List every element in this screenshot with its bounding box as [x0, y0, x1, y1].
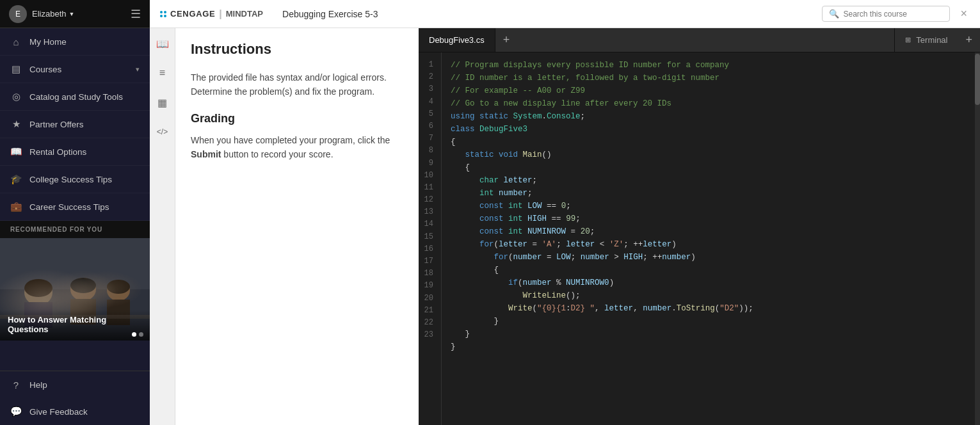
sidebar-header: E Elizabeth ▼ ☰: [0, 0, 150, 28]
partner-icon: ★: [10, 118, 22, 130]
sidebar-item-career[interactable]: 💼 Career Success Tips: [0, 193, 150, 221]
college-icon: 🎓: [10, 173, 22, 185]
terminal-tab[interactable]: ⊞ Terminal: [894, 28, 958, 52]
add-file-tab-button[interactable]: +: [495, 28, 518, 52]
code-area[interactable]: 12345 678910 1112131415 1617181920 21222…: [419, 52, 980, 425]
recommended-header: RECOMMENDED FOR YOU: [0, 221, 150, 238]
main-content: CENGAGE | MINDTAP Debugging Exercise 5-3…: [150, 0, 980, 425]
instructions-content: Instructions The provided file has synta…: [175, 28, 419, 425]
page-title: Debugging Exercise 5-3: [282, 9, 378, 19]
cengage-logo: CENGAGE | MINDTAP: [160, 8, 263, 20]
grading-text: When you have completed your program, cl…: [191, 133, 403, 162]
sidebar-item-feedback[interactable]: 💬 Give Feedback: [0, 398, 150, 425]
home-icon: ⌂: [10, 36, 22, 47]
svg-point-8: [107, 280, 130, 301]
instructions-panel: 📖 ≡ ▦ </> Instructions The provided file…: [150, 28, 419, 425]
logo-cengage-text: CENGAGE: [170, 9, 215, 19]
topbar-left: CENGAGE | MINDTAP Debugging Exercise 5-3: [160, 8, 378, 20]
feedback-icon: 💬: [10, 406, 22, 417]
sidebar-item-college[interactable]: 🎓 College Success Tips: [0, 166, 150, 193]
book-icon[interactable]: 📖: [154, 35, 172, 52]
logo-mindtap-text: MINDTAP: [226, 9, 263, 19]
career-icon: 💼: [10, 201, 22, 212]
sidebar-item-partner[interactable]: ★ Partner Offers: [0, 111, 150, 138]
svg-point-5: [70, 278, 96, 301]
file-tab-label: DebugFive3.cs: [429, 35, 485, 45]
scrollbar-thumb[interactable]: [975, 54, 980, 105]
editor-tabs: DebugFive3.cs + ⊞ Terminal +: [419, 28, 980, 52]
sidebar-label-rental: Rental Options: [29, 147, 86, 157]
svg-point-4: [24, 279, 52, 297]
chart-icon[interactable]: ▦: [154, 93, 172, 111]
file-tab[interactable]: DebugFive3.cs: [419, 28, 495, 52]
code-editor: DebugFive3.cs + ⊞ Terminal + 12345 67891…: [419, 28, 980, 425]
instructions-body: The provided file has syntax and/or logi…: [191, 70, 403, 99]
close-button[interactable]: ×: [958, 7, 970, 20]
sidebar-label-partner: Partner Offers: [29, 120, 84, 129]
search-icon: 🔍: [829, 9, 839, 19]
user-info[interactable]: E Elizabeth ▼: [9, 5, 74, 23]
terminal-tab-label: Terminal: [916, 35, 947, 45]
sidebar-label-help: Help: [29, 380, 47, 390]
sidebar-item-courses[interactable]: ▤ Courses ▾: [0, 56, 150, 83]
logo-separator: |: [219, 8, 221, 20]
dot-inactive: [139, 332, 143, 337]
hamburger-icon[interactable]: ☰: [131, 7, 141, 21]
terminal-icon: ⊞: [905, 36, 911, 44]
list-icon[interactable]: ≡: [154, 64, 172, 82]
rental-icon: 📖: [10, 146, 22, 157]
sidebar-footer: ? Help 💬 Give Feedback: [0, 371, 150, 425]
dot-active: [132, 332, 136, 337]
sidebar-label-catalog: Catalog and Study Tools: [29, 92, 123, 102]
code-content[interactable]: // Program displays every possible ID nu…: [442, 52, 975, 425]
sidebar: E Elizabeth ▼ ☰ ⌂ My Home ▤ Courses ▾ ◎: [0, 0, 150, 425]
sidebar-label-my-home: My Home: [29, 37, 67, 47]
grading-title: Grading: [191, 112, 403, 125]
instructions-title: Instructions: [191, 41, 403, 58]
card-overlay: How to Answer Matching Questions: [0, 310, 150, 341]
sidebar-item-help[interactable]: ? Help: [0, 371, 150, 398]
avatar: E: [9, 5, 27, 23]
logo-dots: [160, 11, 166, 17]
help-icon: ?: [10, 379, 22, 390]
sidebar-item-catalog[interactable]: ◎ Catalog and Study Tools: [0, 83, 150, 111]
topbar-right: 🔍 ×: [822, 6, 970, 22]
editor-area: 📖 ≡ ▦ </> Instructions The provided file…: [150, 28, 980, 425]
add-terminal-button[interactable]: +: [958, 28, 980, 52]
search-bar[interactable]: 🔍: [822, 6, 950, 22]
svg-point-7: [70, 278, 96, 293]
catalog-icon: ◎: [10, 91, 22, 102]
topbar: CENGAGE | MINDTAP Debugging Exercise 5-3…: [150, 0, 980, 28]
scrollbar-track[interactable]: [975, 52, 980, 425]
sidebar-label-feedback: Give Feedback: [29, 407, 88, 417]
chevron-down-icon: ▾: [136, 65, 140, 74]
svg-point-2: [24, 280, 52, 305]
card-dots: [132, 332, 143, 337]
code-icon[interactable]: </>: [154, 123, 172, 141]
courses-icon: ▤: [10, 63, 22, 75]
sidebar-label-college: College Success Tips: [29, 175, 112, 184]
sidebar-label-career: Career Success Tips: [29, 202, 109, 212]
sidebar-label-courses: Courses: [29, 65, 61, 74]
recommended-card[interactable]: How to Answer Matching Questions: [0, 238, 150, 341]
sidebar-item-rental[interactable]: 📖 Rental Options: [0, 138, 150, 166]
sidebar-item-my-home[interactable]: ⌂ My Home: [0, 28, 150, 56]
line-numbers: 12345 678910 1112131415 1617181920 21222…: [419, 52, 442, 425]
svg-point-10: [107, 280, 130, 294]
username-label: Elizabeth ▼: [32, 9, 74, 19]
instructions-side-icons: 📖 ≡ ▦ </>: [150, 28, 175, 425]
search-input[interactable]: [843, 10, 943, 19]
sidebar-nav: ⌂ My Home ▤ Courses ▾ ◎ Catalog and Stud…: [0, 28, 150, 371]
